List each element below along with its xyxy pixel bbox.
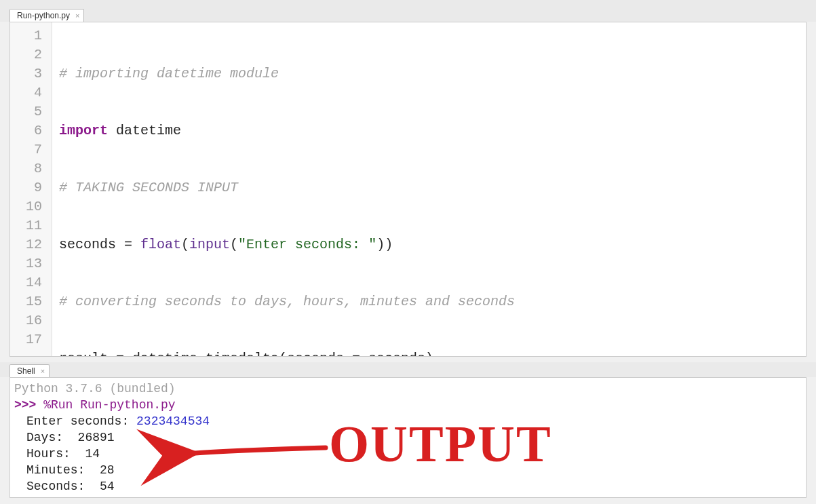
line-number: 17 xyxy=(10,330,52,349)
tab-label: Run-python.py xyxy=(17,11,70,20)
editor-tab-run-python[interactable]: Run-python.py × xyxy=(9,9,84,22)
shell-version: Python 3.7.6 (bundled) xyxy=(14,381,802,397)
shell-panel[interactable]: Python 3.7.6 (bundled) >>> %Run Run-pyth… xyxy=(9,377,807,498)
line-number: 12 xyxy=(10,235,52,254)
close-icon[interactable]: × xyxy=(39,367,46,375)
code-line: seconds = float(input("Enter seconds: ")… xyxy=(59,235,806,254)
line-number: 8 xyxy=(10,159,52,178)
line-number: 10 xyxy=(10,197,52,216)
line-number: 16 xyxy=(10,311,52,330)
code-line: # converting seconds to days, hours, min… xyxy=(59,292,806,311)
shell-run-line: >>> %Run Run-python.py xyxy=(14,397,802,413)
shell-tab[interactable]: Shell × xyxy=(9,364,50,377)
shell-output-line: Minutes: 28 xyxy=(14,462,802,478)
code-line: import datetime xyxy=(59,121,806,140)
line-number: 14 xyxy=(10,273,52,292)
line-number: 6 xyxy=(10,121,52,140)
shell-output-line: Hours: 14 xyxy=(14,446,802,462)
close-icon[interactable]: × xyxy=(74,12,81,20)
code-editor[interactable]: 1 2 3 4 5 6 7 8 9 10 11 12 13 14 15 16 1… xyxy=(9,22,807,357)
window-top-bar xyxy=(0,0,816,7)
line-number: 3 xyxy=(10,64,52,83)
line-number: 1 xyxy=(10,26,52,45)
shell-output-line: Days: 26891 xyxy=(14,429,802,446)
line-number: 4 xyxy=(10,83,52,102)
shell-output-line: Enter seconds: 2323434534 xyxy=(14,413,802,429)
line-number: 9 xyxy=(10,178,52,197)
line-number: 7 xyxy=(10,140,52,159)
editor-tab-bar: Run-python.py × xyxy=(0,7,816,22)
tab-label: Shell xyxy=(17,366,35,376)
line-number: 5 xyxy=(10,102,52,121)
shell-output-line: Seconds: 54 xyxy=(14,478,802,495)
line-number: 13 xyxy=(10,254,52,273)
line-number: 15 xyxy=(10,292,52,311)
code-content[interactable]: # importing datetime module import datet… xyxy=(52,22,806,356)
line-number: 11 xyxy=(10,216,52,235)
shell-tab-bar: Shell × xyxy=(0,362,816,377)
line-number-gutter: 1 2 3 4 5 6 7 8 9 10 11 12 13 14 15 16 1… xyxy=(10,22,52,356)
code-line: result = datetime.timedelta(seconds = se… xyxy=(59,349,806,357)
line-number: 2 xyxy=(10,45,52,64)
code-line: # TAKING SECONDS INPUT xyxy=(59,178,806,197)
code-line: # importing datetime module xyxy=(59,64,806,83)
